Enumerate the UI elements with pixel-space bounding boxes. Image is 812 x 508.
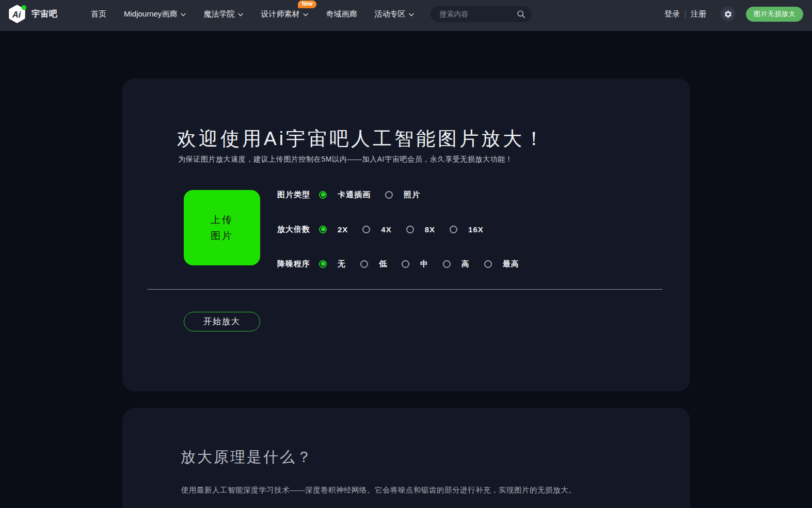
nav-item[interactable]: 奇域画廊	[326, 9, 357, 19]
radio-button[interactable]	[385, 191, 393, 199]
option-choice[interactable]: 4X	[362, 225, 391, 234]
radio-button[interactable]	[406, 226, 414, 233]
option-choice-label: 照片	[404, 190, 420, 200]
settings-button[interactable]	[721, 7, 735, 21]
upload-label-line2: 图片	[211, 229, 233, 243]
info-body: 使用最新人工智能深度学习技术——深度卷积神经网络。它会将噪点和锯齿的部分进行补充…	[181, 485, 576, 495]
lossless-upscale-cta-button[interactable]: 图片无损放大	[746, 7, 803, 22]
option-choice[interactable]: 高	[443, 259, 470, 269]
brand-name: 宇宙吧	[31, 9, 58, 20]
option-choice[interactable]: 16X	[450, 225, 484, 234]
nav-item[interactable]: Midjourney画廊	[124, 9, 186, 19]
info-card: 放大原理是什么？ 使用最新人工智能深度学习技术——深度卷积神经网络。它会将噪点和…	[122, 408, 690, 508]
upload-label-line1: 上传	[211, 213, 233, 227]
auth-links: 登录 注册	[664, 9, 706, 19]
nav-item-label: 魔法学院	[203, 9, 234, 19]
option-choice-label: 高	[461, 259, 470, 269]
upscale-card: 欢迎使用Ai宇宙吧人工智能图片放大！ 为保证图片放大速度，建议上传图片控制在5M…	[122, 78, 690, 391]
login-link[interactable]: 登录	[664, 9, 680, 19]
option-choices: 卡通插画 照片	[319, 190, 435, 200]
app-logo-icon: Ai	[7, 4, 27, 24]
radio-button[interactable]	[450, 226, 457, 233]
option-choice-label: 低	[379, 259, 387, 269]
option-row: 放大倍数 2X 4X 8X 16X	[277, 223, 534, 236]
option-row: 降噪程序 无 低 中 高 最高	[277, 257, 534, 271]
option-choice[interactable]: 中	[402, 259, 428, 269]
option-row: 图片类型 卡通插画 照片	[277, 188, 534, 201]
nav-item[interactable]: 设计师素材 New	[261, 9, 308, 19]
upload-image-button[interactable]: 上传 图片	[184, 190, 260, 265]
radio-button[interactable]	[360, 260, 368, 268]
option-choice[interactable]: 最高	[484, 259, 519, 269]
chevron-down-icon	[181, 13, 186, 17]
search-icon[interactable]	[517, 10, 526, 21]
register-link[interactable]: 注册	[691, 9, 706, 19]
radio-button[interactable]	[319, 226, 327, 233]
option-choice[interactable]: 卡通插画	[319, 190, 371, 200]
nav-item[interactable]: 魔法学院	[203, 9, 243, 19]
options-form: 图片类型 卡通插画 照片 放大倍数 2X 4X 8X 16X 降噪程序 无 低 …	[277, 188, 534, 292]
info-heading: 放大原理是什么？	[181, 447, 313, 468]
option-choice-label: 卡通插画	[338, 190, 371, 200]
option-choice[interactable]: 低	[360, 259, 387, 269]
new-badge: New	[298, 1, 317, 8]
option-row-label: 图片类型	[277, 190, 310, 200]
radio-button[interactable]	[402, 260, 409, 268]
page-subtitle: 为保证图片放大速度，建议上传图片控制在5M以内——加入AI宇宙吧会员，永久享受无…	[178, 155, 513, 164]
start-upscale-button[interactable]: 开始放大	[184, 312, 260, 331]
option-choice-label: 中	[420, 259, 428, 269]
svg-text:Ai: Ai	[12, 10, 21, 19]
nav-item-label: 活动专区	[374, 9, 405, 19]
gear-icon	[724, 10, 733, 19]
option-choices: 2X 4X 8X 16X	[319, 225, 498, 234]
option-choices: 无 低 中 高 最高	[319, 259, 534, 269]
option-choice-label: 2X	[338, 225, 348, 234]
chevron-down-icon	[303, 13, 308, 17]
radio-button[interactable]	[443, 260, 451, 268]
option-choice[interactable]: 照片	[385, 190, 420, 200]
brand-logo[interactable]: Ai 宇宙吧	[7, 4, 58, 24]
nav-item-label: 奇域画廊	[326, 9, 357, 19]
option-choice-label: 8X	[425, 225, 435, 234]
search-box	[431, 6, 532, 22]
auth-divider	[685, 10, 686, 18]
nav-item-label: Midjourney画廊	[124, 9, 177, 19]
nav-item-label: 设计师素材	[261, 9, 299, 19]
radio-button[interactable]	[319, 260, 327, 268]
nav-item[interactable]: 活动专区	[374, 9, 414, 19]
option-choice[interactable]: 2X	[319, 225, 348, 234]
navbar: Ai 宇宙吧 首页 Midjourney画廊 魔法学院 设计师素材	[0, 0, 812, 31]
radio-button[interactable]	[362, 226, 370, 233]
option-choice-label: 最高	[503, 259, 519, 269]
page-title: 欢迎使用Ai宇宙吧人工智能图片放大！	[177, 126, 546, 152]
option-choice[interactable]: 8X	[406, 225, 435, 234]
nav-item[interactable]: 首页	[91, 9, 106, 19]
option-choice-label: 16X	[468, 225, 484, 234]
radio-button[interactable]	[319, 191, 327, 199]
chevron-down-icon	[409, 13, 414, 17]
chevron-down-icon	[238, 13, 243, 17]
option-row-label: 降噪程序	[277, 259, 310, 269]
radio-button[interactable]	[484, 260, 492, 268]
option-row-label: 放大倍数	[277, 225, 310, 234]
divider	[147, 289, 662, 290]
nav-right: 登录 注册 图片无损放大	[664, 7, 803, 22]
nav-item-label: 首页	[91, 9, 106, 19]
option-choice-label: 4X	[381, 225, 391, 234]
option-choice[interactable]: 无	[319, 259, 346, 269]
nav-menu: 首页 Midjourney画廊 魔法学院 设计师素材 New 奇域画廊	[91, 9, 414, 19]
option-choice-label: 无	[338, 259, 346, 269]
